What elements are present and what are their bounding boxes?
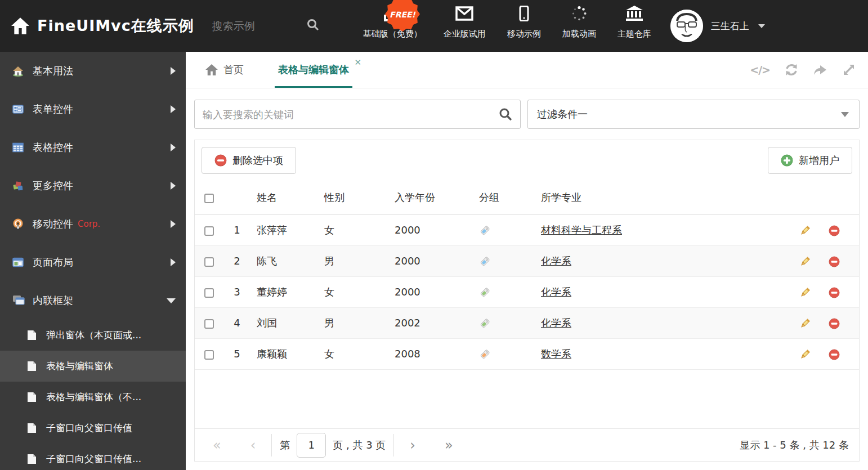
row-checkbox[interactable]	[204, 288, 214, 298]
table-row: 5 康颖颖 女 2008 数学系	[195, 338, 859, 369]
major-link[interactable]: 化学系	[541, 255, 571, 267]
header-search-icon[interactable]	[307, 19, 319, 33]
next-page-button[interactable]: ›	[402, 438, 423, 452]
app-logo[interactable]: FineUIMvc在线示例	[0, 16, 194, 36]
file-icon	[27, 454, 37, 464]
sidebar-item-form[interactable]: 表单控件	[0, 90, 186, 128]
column-rownum	[223, 181, 251, 214]
tab-grid-edit-window[interactable]: 表格与编辑窗体 ✕	[275, 52, 352, 88]
sidebar-item-layout[interactable]: 页面布局	[0, 243, 186, 281]
sidebar-subitem-grid-edit-window[interactable]: 表格与编辑窗体	[0, 351, 186, 382]
filter-dropdown[interactable]: 过滤条件一	[527, 100, 860, 129]
sidebar-subitem-grid-edit-window-2[interactable]: 表格与编辑窗体（不...	[0, 382, 186, 413]
sidebar-item-mobile[interactable]: 移动控件 Corp.	[0, 205, 186, 243]
last-page-button[interactable]: »	[437, 438, 461, 452]
chevron-right-icon	[171, 182, 176, 190]
column-year: 入学年份	[389, 181, 473, 214]
chevron-right-icon	[171, 67, 176, 75]
expand-icon[interactable]	[842, 63, 856, 77]
sidebar-item-more[interactable]: 更多控件	[0, 167, 186, 205]
row-checkbox[interactable]	[204, 319, 214, 329]
filter-row: 过滤条件一	[194, 100, 860, 129]
delete-selected-button[interactable]: 删除选中项	[202, 147, 296, 174]
table-row: 2 陈飞 男 2000 化学系	[195, 245, 859, 276]
major-link[interactable]: 材料科学与工程系	[541, 224, 622, 236]
page-number-input[interactable]	[297, 433, 326, 458]
cubes-icon	[12, 180, 24, 191]
file-icon	[27, 392, 37, 402]
delete-row-icon[interactable]	[829, 349, 840, 360]
select-all-checkbox[interactable]	[204, 194, 214, 203]
home-icon	[205, 64, 218, 75]
chevron-down-icon	[167, 298, 176, 303]
free-badge: FREE!	[385, 0, 420, 32]
sidebar-item-grid[interactable]: 表格控件	[0, 128, 186, 167]
envelope-icon	[455, 6, 473, 24]
tag-icon	[479, 256, 490, 267]
grid-toolbar: 删除选中项 新增用户	[195, 140, 859, 181]
nav-theme-repo[interactable]: 主题仓库	[618, 6, 651, 46]
sidebar-subitem-child-to-parent[interactable]: 子窗口向父窗口传值	[0, 413, 186, 444]
edit-pencil-icon[interactable]	[799, 287, 811, 298]
home-logo-icon	[11, 17, 29, 34]
nav-label: 企业版试用	[444, 29, 486, 39]
nav-label: 加载动画	[562, 29, 596, 39]
major-link[interactable]: 数学系	[541, 348, 571, 360]
column-name: 姓名	[251, 181, 319, 214]
source-code-icon[interactable]: </>	[750, 64, 770, 76]
frames-icon	[12, 295, 24, 306]
avatar	[670, 10, 703, 42]
cell-gender: 男	[319, 245, 389, 276]
delete-row-icon[interactable]	[829, 287, 840, 298]
column-group: 分组	[473, 181, 535, 214]
nav-mobile-demo[interactable]: 移动示例	[507, 6, 541, 46]
table-row: 3 董婷婷 女 2000 化学系	[195, 276, 859, 307]
cell-year: 2000	[389, 214, 473, 245]
bank-icon	[625, 6, 644, 24]
close-icon[interactable]: ✕	[354, 59, 361, 67]
cell-name: 张萍萍	[251, 214, 319, 245]
pagination-bar: « ‹ 第 页 , 共 3 页 › » 显示 1 - 5 条 , 共 12 条	[195, 428, 859, 461]
search-icon[interactable]	[499, 108, 512, 121]
tag-icon	[479, 287, 490, 298]
nav-loading-anim[interactable]: 加载动画	[562, 6, 596, 46]
user-menu[interactable]: 三生石上	[670, 10, 765, 42]
share-icon[interactable]	[813, 64, 827, 76]
user-name: 三生石上	[711, 20, 749, 33]
form-icon	[12, 104, 24, 115]
delete-row-icon[interactable]	[829, 256, 840, 267]
edit-pencil-icon[interactable]	[799, 225, 811, 236]
sidebar-subitem-popup-window[interactable]: 弹出窗体（本页面或...	[0, 320, 186, 351]
edit-pencil-icon[interactable]	[799, 318, 811, 329]
sidebar-subitem-child-to-parent-2[interactable]: 子窗口向父窗口传值...	[0, 444, 186, 470]
major-link[interactable]: 化学系	[541, 317, 571, 329]
home-icon	[12, 65, 24, 77]
delete-row-icon[interactable]	[829, 318, 840, 329]
nav-enterprise-trial[interactable]: 企业版试用	[444, 6, 486, 46]
sidebar-item-basic[interactable]: 基本用法	[0, 52, 186, 90]
column-gender: 性别	[319, 181, 389, 214]
row-checkbox[interactable]	[204, 226, 214, 236]
page-count: 页 , 共 3 页	[333, 438, 386, 452]
edit-pencil-icon[interactable]	[799, 256, 811, 267]
first-page-button[interactable]: «	[205, 438, 229, 452]
row-checkbox[interactable]	[204, 350, 214, 360]
row-checkbox[interactable]	[204, 257, 214, 267]
table-row: 4 刘国 男 2002 化学系	[195, 307, 859, 338]
app-title: FineUIMvc在线示例	[37, 16, 194, 36]
major-link[interactable]: 化学系	[541, 286, 571, 298]
edit-pencil-icon[interactable]	[799, 349, 811, 360]
header-search-input[interactable]	[212, 20, 297, 32]
keyword-search-input[interactable]	[203, 109, 491, 120]
tab-home[interactable]: 首页	[205, 52, 244, 88]
record-summary: 显示 1 - 5 条 , 共 12 条	[740, 438, 849, 452]
chevron-down-icon	[758, 24, 765, 28]
delete-row-icon[interactable]	[829, 225, 840, 236]
cell-year: 2000	[389, 245, 473, 276]
cell-year: 2008	[389, 338, 473, 369]
prev-page-button[interactable]: ‹	[243, 438, 264, 452]
refresh-icon[interactable]	[785, 63, 798, 77]
sidebar-item-iframe[interactable]: 内联框架	[0, 281, 186, 320]
add-user-button[interactable]: 新增用户	[768, 147, 852, 174]
tag-icon	[479, 225, 490, 236]
